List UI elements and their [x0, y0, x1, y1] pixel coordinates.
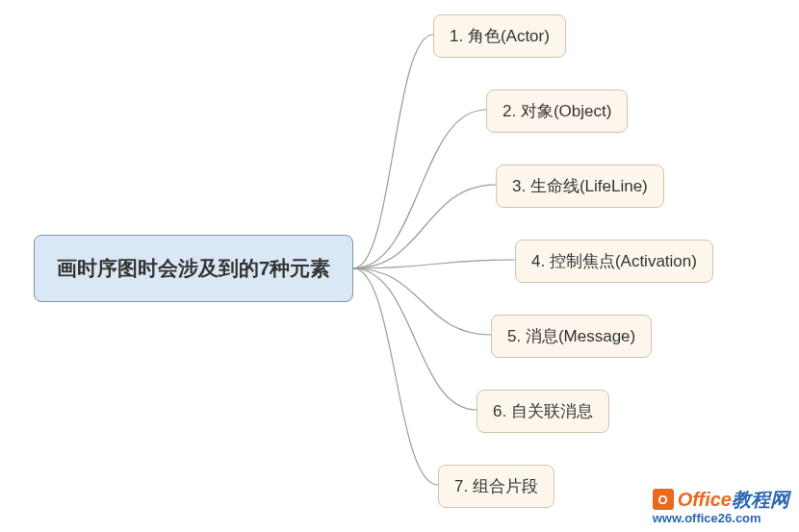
mindmap-child-node: 1. 角色(Actor)	[433, 14, 566, 58]
connector-line	[353, 268, 491, 335]
watermark-brand-text: Office教程网	[678, 490, 789, 509]
watermark: O Office教程网 www.office26.com	[653, 489, 789, 524]
child-label: 2. 对象(Object)	[503, 102, 611, 120]
mindmap-child-node: 2. 对象(Object)	[486, 89, 628, 133]
child-label: 1. 角色(Actor)	[450, 27, 550, 45]
mindmap-child-node: 6. 自关联消息	[477, 390, 609, 433]
child-label: 4. 控制焦点(Activation)	[531, 252, 697, 270]
child-label: 7. 组合片段	[454, 477, 538, 495]
child-label: 5. 消息(Message)	[507, 327, 635, 345]
connector-line	[353, 268, 477, 410]
root-label: 画时序图时会涉及到的7种元素	[57, 255, 331, 282]
watermark-brand: O Office教程网	[653, 489, 789, 510]
connector-line	[353, 35, 433, 268]
child-label: 3. 生命线(LifeLine)	[512, 177, 648, 195]
mindmap-child-node: 7. 组合片段	[438, 465, 554, 508]
mindmap-child-node: 3. 生命线(LifeLine)	[496, 165, 664, 208]
child-label: 6. 自关联消息	[493, 402, 593, 420]
watermark-url: www.office26.com	[653, 512, 789, 524]
mindmap-child-node: 5. 消息(Message)	[491, 315, 652, 358]
connector-line	[353, 260, 515, 268]
mindmap-child-node: 4. 控制焦点(Activation)	[515, 240, 713, 283]
office-logo-icon: O	[653, 489, 674, 510]
connector-line	[353, 268, 438, 485]
mindmap-root-node: 画时序图时会涉及到的7种元素	[34, 235, 353, 302]
connector-line	[353, 185, 496, 268]
connector-line	[353, 110, 486, 268]
